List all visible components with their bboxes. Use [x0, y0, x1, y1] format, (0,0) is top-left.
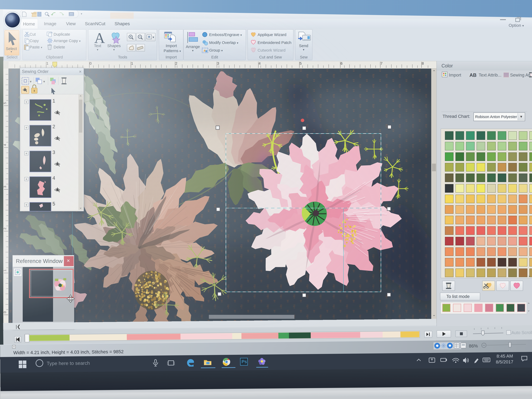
svg-text:AB: AB [469, 72, 476, 78]
svg-text:▾: ▾ [152, 35, 154, 39]
svg-text:86%: 86% [469, 343, 478, 348]
svg-text:Sewing At...: Sewing At... [510, 73, 532, 77]
svg-text:Import: Import [449, 73, 461, 77]
svg-text:Text Attrib...: Text Attrib... [479, 73, 501, 77]
svg-text:▾: ▾ [43, 80, 45, 83]
svg-text:▾: ▾ [30, 80, 32, 83]
